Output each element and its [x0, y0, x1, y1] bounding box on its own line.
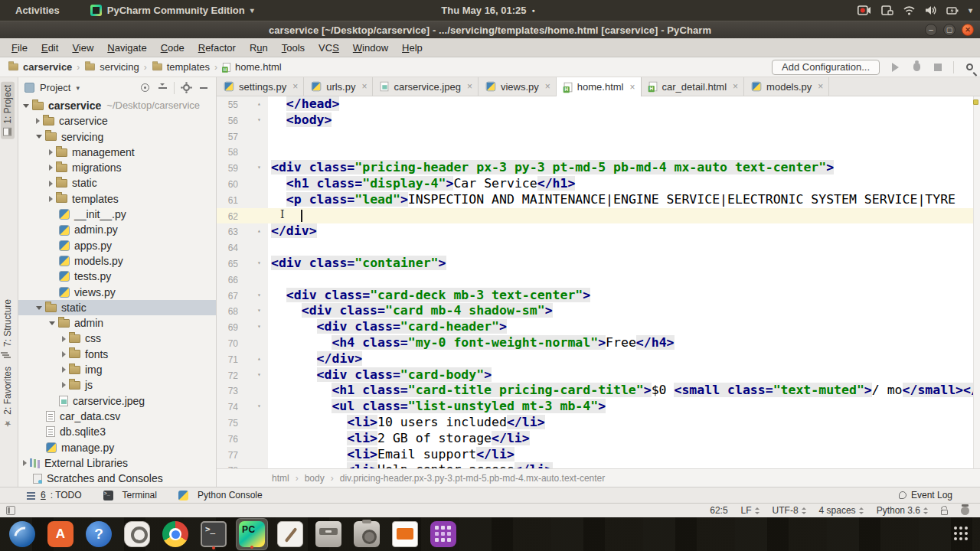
locate-file-icon[interactable]: [139, 82, 151, 94]
project-panel-title[interactable]: Project: [40, 82, 70, 93]
tree-item-admin-py[interactable]: admin.py: [18, 222, 216, 237]
dock-item-ubuntu-software[interactable]: [44, 518, 77, 550]
volume-icon[interactable]: [925, 5, 936, 15]
sidebar-item-favorites[interactable]: ★ 2: Favorites: [1, 364, 15, 432]
code-line-75[interactable]: 75<li>10 users included</li>: [217, 415, 980, 431]
window-title-bar[interactable]: carservice [~/Desktop/carservice] - .../…: [0, 21, 980, 38]
menu-item-tools[interactable]: Tools: [275, 42, 312, 54]
dock-item-archive-manager[interactable]: [312, 518, 345, 550]
tree-item-admin[interactable]: admin: [18, 315, 216, 331]
inspection-indicator-icon[interactable]: [973, 99, 978, 105]
app-menu[interactable]: PyCharm Community Edition ▾: [90, 5, 254, 16]
tab-settings-py[interactable]: settings.py×: [217, 77, 304, 96]
fold-marker-icon[interactable]: ▾: [257, 303, 261, 319]
dock-item-terminal[interactable]: [198, 518, 230, 550]
sidebar-item-project[interactable]: 1: Project: [1, 82, 15, 139]
sidebar-item-structure[interactable]: 7: Structure: [1, 296, 15, 362]
tab-views-py[interactable]: views.py×: [479, 77, 557, 96]
fold-marker-icon[interactable]: ▾: [257, 112, 261, 129]
tree-item-manage-py[interactable]: manage.py: [18, 440, 216, 455]
code-line-58[interactable]: 58: [217, 144, 980, 160]
tree-item-apps-py[interactable]: apps.py: [18, 238, 216, 253]
menu-item-edit[interactable]: Edit: [34, 42, 65, 54]
code-line-62[interactable]: 62: [217, 208, 980, 224]
tab-models-py[interactable]: models.py×: [744, 77, 829, 96]
collapsed-arrow-icon[interactable]: [49, 165, 53, 171]
tree-item-init-py[interactable]: __init__.py: [18, 207, 216, 222]
toolwindow-button-terminal[interactable]: Terminal: [103, 490, 157, 500]
fold-marker-icon[interactable]: ▴: [257, 96, 261, 112]
dock-item-chrome[interactable]: [159, 518, 191, 550]
tree-item-carservice-jpeg[interactable]: carservice.jpeg: [18, 393, 216, 409]
dock-item-screenshot-tool[interactable]: [351, 518, 383, 550]
tree-item-migrations[interactable]: migrations: [18, 160, 216, 175]
dock-item-media-player[interactable]: [427, 518, 459, 550]
tree-item-static[interactable]: static: [18, 175, 216, 191]
debug-icon[interactable]: [910, 61, 923, 73]
fold-marker-icon[interactable]: ▾: [257, 367, 261, 383]
tree-item-management[interactable]: management: [18, 145, 216, 160]
menu-item-file[interactable]: File: [5, 42, 34, 54]
tree-item-static[interactable]: static: [18, 300, 216, 315]
fold-marker-icon[interactable]: ▾: [257, 399, 261, 415]
collapsed-arrow-icon[interactable]: [49, 149, 53, 155]
menu-item-navigate[interactable]: Navigate: [100, 42, 153, 54]
record-icon[interactable]: [858, 5, 871, 15]
close-tab-icon[interactable]: ×: [467, 81, 472, 92]
code-line-73[interactable]: 73<h1 class="card-title pricing-card-tit…: [217, 383, 980, 399]
collapsed-arrow-icon[interactable]: [23, 460, 27, 466]
display-icon[interactable]: [881, 5, 893, 15]
editor[interactable]: 55▴</head>56▾<body>575859▾<div class="pr…: [217, 96, 980, 468]
event-log-button[interactable]: Event Log: [899, 490, 969, 500]
tree-item-servicing[interactable]: servicing: [18, 129, 216, 145]
dock-item-pycharm[interactable]: [236, 518, 268, 550]
close-tab-icon[interactable]: ×: [545, 81, 550, 92]
dock-item-libreoffice-impress[interactable]: [389, 518, 421, 550]
code-line-57[interactable]: 57: [217, 129, 980, 145]
menu-item-help[interactable]: Help: [395, 42, 430, 54]
code-line-69[interactable]: 69▾<div class="card-header">: [217, 319, 980, 335]
tab-car-detail-html[interactable]: car_detail.html×: [642, 77, 745, 96]
dock-item-thunderbird[interactable]: [6, 518, 38, 550]
status-4-spaces[interactable]: 4 spaces: [819, 505, 864, 516]
code-line-76[interactable]: 76<li>2 GB of storage</li>: [217, 431, 980, 447]
breadcrumb-tag-body[interactable]: body: [305, 473, 325, 484]
close-tab-icon[interactable]: ×: [818, 81, 823, 92]
code-line-60[interactable]: 60<h1 class="display-4">Car Service</h1>: [217, 176, 980, 192]
status-python-3-6[interactable]: Python 3.6: [877, 505, 928, 516]
chevron-down-icon[interactable]: ▾: [969, 6, 972, 15]
fold-marker-icon[interactable]: ▾: [257, 319, 261, 335]
tree-item-img[interactable]: img: [18, 362, 216, 377]
status-utf-8[interactable]: UTF-8: [773, 505, 806, 516]
tree-item-db-sqlite3[interactable]: db.sqlite3: [18, 424, 216, 439]
toolwindow-button-6-todo[interactable]: 6: TODO: [26, 490, 82, 500]
breadcrumb-item-servicing[interactable]: servicing: [84, 61, 139, 73]
expanded-arrow-icon[interactable]: [36, 306, 42, 310]
tree-item-templates[interactable]: templates: [18, 191, 216, 207]
close-icon[interactable]: [962, 24, 974, 36]
code-line-78[interactable]: 78<li>Help center access</li>: [217, 462, 980, 468]
breadcrumb-tag-div-pricing-header-px-3-py-3-p[interactable]: div.pricing-header.px-3.py-3.pt-md-5.pb-…: [340, 473, 606, 484]
tree-item-css[interactable]: css: [18, 331, 216, 346]
code-line-67[interactable]: 67▾<div class="card-deck mb-3 text-cente…: [217, 288, 980, 304]
collapsed-arrow-icon[interactable]: [62, 382, 66, 388]
tab-home-html[interactable]: home.html×: [557, 77, 642, 96]
code-line-65[interactable]: 65▾<div class="container">: [217, 256, 980, 272]
code-line-71[interactable]: 71▴</div>: [217, 351, 980, 367]
tree-item-carservice[interactable]: carservice: [18, 113, 216, 129]
expanded-arrow-icon[interactable]: [49, 321, 55, 325]
fold-marker-icon[interactable]: ▾: [257, 160, 261, 176]
close-tab-icon[interactable]: ×: [733, 81, 738, 92]
code-line-70[interactable]: 70<h4 class="my-0 font-weight-normal">Fr…: [217, 335, 980, 351]
code-line-77[interactable]: 77<li>Email support</li>: [217, 447, 980, 463]
battery-icon[interactable]: [946, 6, 959, 15]
activities-button[interactable]: Activities: [11, 5, 64, 16]
menu-item-vcs[interactable]: VCS: [312, 42, 346, 54]
add-configuration-button[interactable]: Add Configuration...: [772, 60, 880, 75]
code-line-74[interactable]: 74▾<ul class="list-unstyled mt-3 mb-4">: [217, 399, 980, 415]
fold-marker-icon[interactable]: ▴: [257, 223, 261, 240]
fold-marker-icon[interactable]: ▾: [257, 288, 261, 304]
maximize-icon[interactable]: [943, 24, 956, 36]
tree-item-views-py[interactable]: views.py: [18, 285, 216, 300]
fold-marker-icon[interactable]: ▾: [257, 256, 261, 272]
